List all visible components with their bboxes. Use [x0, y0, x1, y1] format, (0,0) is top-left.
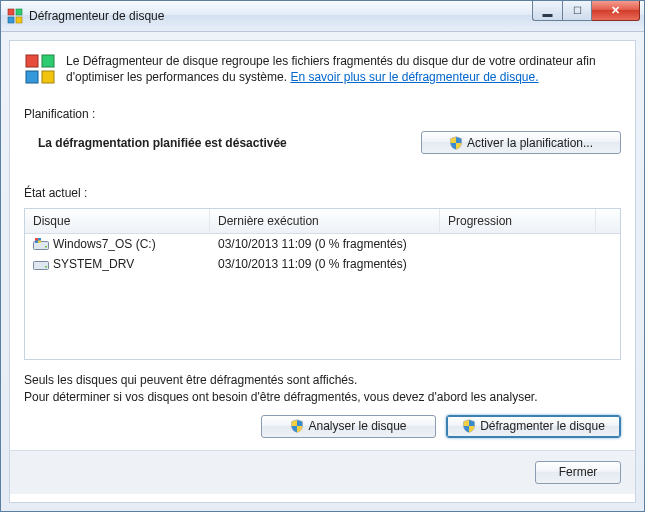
hint-text: Seuls les disques qui peuvent être défra… [24, 372, 621, 404]
intro-panel: Le Défragmenteur de disque regroupe les … [24, 53, 621, 93]
hint-line-2: Pour déterminer si vos disques ont besoi… [24, 389, 621, 405]
defrag-big-icon [24, 53, 56, 85]
activate-schedule-label: Activer la planification... [467, 136, 593, 150]
window-title: Défragmenteur de disque [29, 9, 532, 23]
svg-rect-11 [35, 238, 38, 241]
footer: Fermer [10, 450, 635, 494]
shield-icon [462, 419, 476, 433]
titlebar[interactable]: Défragmenteur de disque ▬ ☐ ✕ [1, 1, 644, 32]
table-row[interactable]: Windows7_OS (C:) 03/10/2013 11:09 (0 % f… [25, 234, 620, 254]
window-root: Défragmenteur de disque ▬ ☐ ✕ Le Défragm… [0, 0, 645, 512]
defragment-label: Défragmenter le disque [480, 419, 605, 433]
svg-rect-0 [8, 9, 14, 15]
windows-drive-icon [33, 238, 49, 250]
svg-rect-14 [45, 266, 47, 268]
defrag-icon [7, 8, 23, 24]
svg-rect-1 [16, 9, 22, 15]
maximize-button[interactable]: ☐ [562, 1, 592, 21]
svg-rect-9 [45, 246, 47, 248]
table-body: Windows7_OS (C:) 03/10/2013 11:09 (0 % f… [25, 234, 620, 359]
window-controls: ▬ ☐ ✕ [532, 1, 644, 31]
disk-last-run: 03/10/2013 11:09 (0 % fragmentés) [210, 257, 440, 271]
schedule-section-label: Planification : [24, 107, 621, 121]
client-area: Le Défragmenteur de disque regroupe les … [9, 40, 636, 503]
col-spacer [596, 209, 620, 233]
action-row: Analyser le disque Défragmenter le disqu… [24, 415, 621, 438]
disk-name: SYSTEM_DRV [53, 257, 134, 271]
col-last-run[interactable]: Dernière exécution [210, 209, 440, 233]
close-button[interactable]: ✕ [592, 1, 640, 21]
svg-rect-6 [26, 71, 38, 83]
disk-name: Windows7_OS (C:) [53, 237, 156, 251]
svg-rect-3 [16, 17, 22, 23]
shield-icon [449, 136, 463, 150]
disk-last-run: 03/10/2013 11:09 (0 % fragmentés) [210, 237, 440, 251]
col-disk[interactable]: Disque [25, 209, 210, 233]
schedule-status: La défragmentation planifiée est désacti… [24, 136, 409, 150]
intro-text: Le Défragmenteur de disque regroupe les … [66, 53, 621, 85]
svg-rect-13 [34, 262, 49, 270]
shield-icon [290, 419, 304, 433]
close-icon: ✕ [611, 5, 620, 16]
schedule-row: La défragmentation planifiée est désacti… [24, 131, 621, 154]
defragment-button[interactable]: Défragmenter le disque [446, 415, 621, 438]
svg-rect-7 [42, 71, 54, 83]
hint-line-1: Seuls les disques qui peuvent être défra… [24, 372, 621, 388]
activate-schedule-button[interactable]: Activer la planification... [421, 131, 621, 154]
learn-more-link[interactable]: En savoir plus sur le défragmenteur de d… [290, 70, 538, 84]
svg-rect-4 [26, 55, 38, 67]
close-footer-button[interactable]: Fermer [535, 461, 621, 484]
table-header: Disque Dernière exécution Progression [25, 209, 620, 234]
svg-rect-5 [42, 55, 54, 67]
svg-rect-12 [38, 241, 41, 244]
minimize-icon: ▬ [543, 9, 553, 19]
drive-icon [33, 258, 49, 270]
current-section-label: État actuel : [24, 186, 621, 200]
maximize-icon: ☐ [573, 6, 582, 16]
analyze-label: Analyser le disque [308, 419, 406, 433]
svg-rect-2 [8, 17, 14, 23]
table-row[interactable]: SYSTEM_DRV 03/10/2013 11:09 (0 % fragmen… [25, 254, 620, 274]
analyze-button[interactable]: Analyser le disque [261, 415, 436, 438]
col-progress[interactable]: Progression [440, 209, 596, 233]
disk-table: Disque Dernière exécution Progression [24, 208, 621, 360]
minimize-button[interactable]: ▬ [532, 1, 562, 21]
